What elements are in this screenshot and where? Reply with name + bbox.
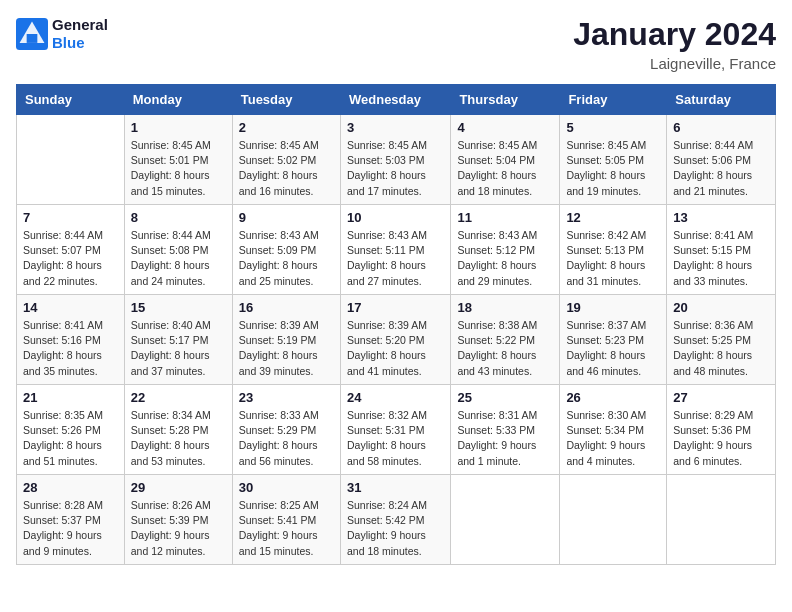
calendar-cell: 26Sunrise: 8:30 AM Sunset: 5:34 PM Dayli… xyxy=(560,385,667,475)
calendar-cell: 1Sunrise: 8:45 AM Sunset: 5:01 PM Daylig… xyxy=(124,115,232,205)
day-info: Sunrise: 8:43 AM Sunset: 5:09 PM Dayligh… xyxy=(239,228,334,289)
col-header-friday: Friday xyxy=(560,85,667,115)
calendar-cell: 16Sunrise: 8:39 AM Sunset: 5:19 PM Dayli… xyxy=(232,295,340,385)
calendar-cell: 21Sunrise: 8:35 AM Sunset: 5:26 PM Dayli… xyxy=(17,385,125,475)
day-number: 20 xyxy=(673,300,769,315)
day-info: Sunrise: 8:32 AM Sunset: 5:31 PM Dayligh… xyxy=(347,408,444,469)
calendar-week-row: 21Sunrise: 8:35 AM Sunset: 5:26 PM Dayli… xyxy=(17,385,776,475)
day-info: Sunrise: 8:26 AM Sunset: 5:39 PM Dayligh… xyxy=(131,498,226,559)
day-number: 19 xyxy=(566,300,660,315)
day-info: Sunrise: 8:33 AM Sunset: 5:29 PM Dayligh… xyxy=(239,408,334,469)
day-number: 17 xyxy=(347,300,444,315)
calendar-cell: 8Sunrise: 8:44 AM Sunset: 5:08 PM Daylig… xyxy=(124,205,232,295)
logo: General Blue xyxy=(16,16,108,52)
day-info: Sunrise: 8:36 AM Sunset: 5:25 PM Dayligh… xyxy=(673,318,769,379)
day-info: Sunrise: 8:44 AM Sunset: 5:08 PM Dayligh… xyxy=(131,228,226,289)
calendar-cell: 7Sunrise: 8:44 AM Sunset: 5:07 PM Daylig… xyxy=(17,205,125,295)
day-number: 2 xyxy=(239,120,334,135)
calendar-cell: 15Sunrise: 8:40 AM Sunset: 5:17 PM Dayli… xyxy=(124,295,232,385)
day-number: 29 xyxy=(131,480,226,495)
calendar-cell: 2Sunrise: 8:45 AM Sunset: 5:02 PM Daylig… xyxy=(232,115,340,205)
day-number: 26 xyxy=(566,390,660,405)
calendar-cell: 27Sunrise: 8:29 AM Sunset: 5:36 PM Dayli… xyxy=(667,385,776,475)
col-header-monday: Monday xyxy=(124,85,232,115)
day-info: Sunrise: 8:43 AM Sunset: 5:11 PM Dayligh… xyxy=(347,228,444,289)
day-info: Sunrise: 8:45 AM Sunset: 5:04 PM Dayligh… xyxy=(457,138,553,199)
calendar-cell: 14Sunrise: 8:41 AM Sunset: 5:16 PM Dayli… xyxy=(17,295,125,385)
day-info: Sunrise: 8:41 AM Sunset: 5:15 PM Dayligh… xyxy=(673,228,769,289)
day-number: 18 xyxy=(457,300,553,315)
day-number: 13 xyxy=(673,210,769,225)
day-number: 3 xyxy=(347,120,444,135)
day-number: 24 xyxy=(347,390,444,405)
day-number: 7 xyxy=(23,210,118,225)
col-header-wednesday: Wednesday xyxy=(340,85,450,115)
day-info: Sunrise: 8:37 AM Sunset: 5:23 PM Dayligh… xyxy=(566,318,660,379)
day-number: 1 xyxy=(131,120,226,135)
day-info: Sunrise: 8:28 AM Sunset: 5:37 PM Dayligh… xyxy=(23,498,118,559)
day-info: Sunrise: 8:44 AM Sunset: 5:06 PM Dayligh… xyxy=(673,138,769,199)
day-info: Sunrise: 8:38 AM Sunset: 5:22 PM Dayligh… xyxy=(457,318,553,379)
day-number: 23 xyxy=(239,390,334,405)
calendar-cell: 5Sunrise: 8:45 AM Sunset: 5:05 PM Daylig… xyxy=(560,115,667,205)
calendar-cell: 17Sunrise: 8:39 AM Sunset: 5:20 PM Dayli… xyxy=(340,295,450,385)
day-info: Sunrise: 8:39 AM Sunset: 5:20 PM Dayligh… xyxy=(347,318,444,379)
day-number: 5 xyxy=(566,120,660,135)
day-number: 14 xyxy=(23,300,118,315)
col-header-thursday: Thursday xyxy=(451,85,560,115)
day-number: 10 xyxy=(347,210,444,225)
svg-rect-2 xyxy=(27,34,38,43)
calendar-cell: 24Sunrise: 8:32 AM Sunset: 5:31 PM Dayli… xyxy=(340,385,450,475)
calendar-cell: 31Sunrise: 8:24 AM Sunset: 5:42 PM Dayli… xyxy=(340,475,450,565)
day-info: Sunrise: 8:45 AM Sunset: 5:03 PM Dayligh… xyxy=(347,138,444,199)
page-header: General Blue January 2024 Laigneville, F… xyxy=(16,16,776,72)
calendar-week-row: 28Sunrise: 8:28 AM Sunset: 5:37 PM Dayli… xyxy=(17,475,776,565)
day-number: 16 xyxy=(239,300,334,315)
day-info: Sunrise: 8:45 AM Sunset: 5:01 PM Dayligh… xyxy=(131,138,226,199)
day-info: Sunrise: 8:45 AM Sunset: 5:05 PM Dayligh… xyxy=(566,138,660,199)
calendar-cell: 20Sunrise: 8:36 AM Sunset: 5:25 PM Dayli… xyxy=(667,295,776,385)
col-header-saturday: Saturday xyxy=(667,85,776,115)
calendar-cell: 12Sunrise: 8:42 AM Sunset: 5:13 PM Dayli… xyxy=(560,205,667,295)
day-info: Sunrise: 8:42 AM Sunset: 5:13 PM Dayligh… xyxy=(566,228,660,289)
calendar-cell: 18Sunrise: 8:38 AM Sunset: 5:22 PM Dayli… xyxy=(451,295,560,385)
calendar-cell: 6Sunrise: 8:44 AM Sunset: 5:06 PM Daylig… xyxy=(667,115,776,205)
calendar-cell: 3Sunrise: 8:45 AM Sunset: 5:03 PM Daylig… xyxy=(340,115,450,205)
day-number: 11 xyxy=(457,210,553,225)
day-number: 9 xyxy=(239,210,334,225)
day-number: 25 xyxy=(457,390,553,405)
title-block: January 2024 Laigneville, France xyxy=(573,16,776,72)
calendar-cell: 4Sunrise: 8:45 AM Sunset: 5:04 PM Daylig… xyxy=(451,115,560,205)
calendar-cell: 9Sunrise: 8:43 AM Sunset: 5:09 PM Daylig… xyxy=(232,205,340,295)
day-info: Sunrise: 8:35 AM Sunset: 5:26 PM Dayligh… xyxy=(23,408,118,469)
day-info: Sunrise: 8:30 AM Sunset: 5:34 PM Dayligh… xyxy=(566,408,660,469)
day-info: Sunrise: 8:25 AM Sunset: 5:41 PM Dayligh… xyxy=(239,498,334,559)
day-number: 21 xyxy=(23,390,118,405)
day-info: Sunrise: 8:45 AM Sunset: 5:02 PM Dayligh… xyxy=(239,138,334,199)
day-number: 31 xyxy=(347,480,444,495)
calendar-cell: 29Sunrise: 8:26 AM Sunset: 5:39 PM Dayli… xyxy=(124,475,232,565)
day-number: 4 xyxy=(457,120,553,135)
day-info: Sunrise: 8:24 AM Sunset: 5:42 PM Dayligh… xyxy=(347,498,444,559)
location: Laigneville, France xyxy=(573,55,776,72)
col-header-sunday: Sunday xyxy=(17,85,125,115)
calendar-cell: 10Sunrise: 8:43 AM Sunset: 5:11 PM Dayli… xyxy=(340,205,450,295)
calendar-cell: 11Sunrise: 8:43 AM Sunset: 5:12 PM Dayli… xyxy=(451,205,560,295)
calendar-week-row: 1Sunrise: 8:45 AM Sunset: 5:01 PM Daylig… xyxy=(17,115,776,205)
day-info: Sunrise: 8:43 AM Sunset: 5:12 PM Dayligh… xyxy=(457,228,553,289)
calendar-cell xyxy=(560,475,667,565)
day-info: Sunrise: 8:40 AM Sunset: 5:17 PM Dayligh… xyxy=(131,318,226,379)
day-number: 8 xyxy=(131,210,226,225)
col-header-tuesday: Tuesday xyxy=(232,85,340,115)
day-info: Sunrise: 8:31 AM Sunset: 5:33 PM Dayligh… xyxy=(457,408,553,469)
day-number: 6 xyxy=(673,120,769,135)
calendar-table: SundayMondayTuesdayWednesdayThursdayFrid… xyxy=(16,84,776,565)
logo-icon xyxy=(16,18,48,50)
calendar-cell: 23Sunrise: 8:33 AM Sunset: 5:29 PM Dayli… xyxy=(232,385,340,475)
day-number: 30 xyxy=(239,480,334,495)
calendar-week-row: 14Sunrise: 8:41 AM Sunset: 5:16 PM Dayli… xyxy=(17,295,776,385)
calendar-cell: 25Sunrise: 8:31 AM Sunset: 5:33 PM Dayli… xyxy=(451,385,560,475)
logo-text: General Blue xyxy=(52,16,108,52)
calendar-cell: 19Sunrise: 8:37 AM Sunset: 5:23 PM Dayli… xyxy=(560,295,667,385)
day-number: 12 xyxy=(566,210,660,225)
